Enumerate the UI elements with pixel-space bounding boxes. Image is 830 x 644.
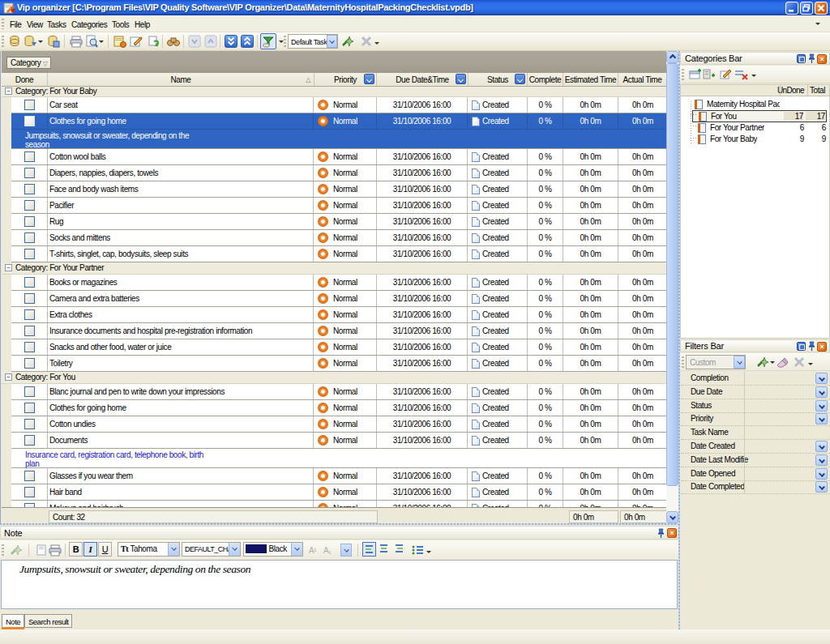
svg-text:A₁: A₁ xyxy=(323,546,332,555)
svg-text:A¹: A¹ xyxy=(309,546,317,555)
